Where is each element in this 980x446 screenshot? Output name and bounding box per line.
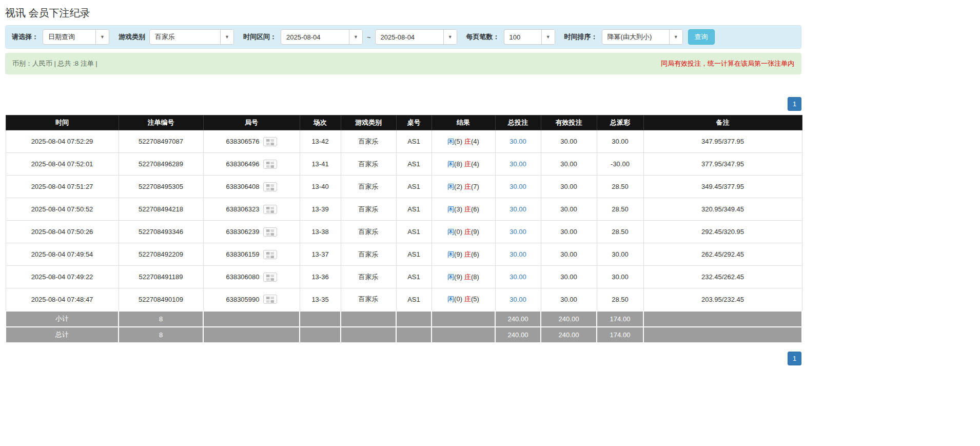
video-grid-icon: [266, 162, 274, 168]
result-player-score: (8): [454, 160, 462, 168]
game-type-select[interactable]: 百家乐 ▼: [149, 29, 234, 45]
game-type-label: 游戏类别: [119, 32, 145, 42]
date-range-tilde: ~: [367, 33, 371, 41]
chevron-down-icon: ▼: [220, 30, 233, 44]
result-banker-score: (6): [471, 250, 479, 258]
round-video-button[interactable]: [263, 227, 277, 237]
col-header-time: 时间: [6, 115, 119, 130]
cell-valid-bet: 30.00: [541, 288, 597, 311]
cell-payout: 30.00: [597, 266, 643, 288]
empty-cell: [396, 327, 432, 343]
result-player-score: (5): [454, 138, 462, 145]
cell-round: 638306323: [203, 198, 300, 221]
query-type-select[interactable]: 日期查询 ▼: [43, 29, 109, 45]
query-button[interactable]: 查询: [688, 29, 715, 45]
total-valid-bet: 240.00: [541, 327, 597, 343]
result-banker-score: (7): [471, 183, 479, 190]
round-video-button[interactable]: [263, 250, 277, 259]
round-video-button[interactable]: [263, 273, 277, 282]
table-body: 2025-08-04 07:52:29 522708497087 6383065…: [6, 130, 802, 311]
date-to-value: 2025-08-04: [376, 30, 443, 44]
cell-total-bet: 30.00: [495, 266, 541, 288]
cell-round: 638305990: [203, 288, 300, 311]
empty-cell: [643, 311, 802, 327]
total-bet-link[interactable]: 30.00: [509, 273, 526, 281]
cell-bet-id: 522708490109: [119, 288, 203, 311]
round-video-button[interactable]: [263, 137, 277, 146]
result-player-label: 闲: [447, 228, 454, 236]
cell-game-type: 百家乐: [341, 176, 396, 198]
cell-valid-bet: 30.00: [541, 153, 597, 176]
total-bet-link[interactable]: 30.00: [509, 183, 526, 190]
result-banker-score: (9): [471, 228, 479, 236]
round-number: 638306408: [226, 183, 259, 190]
total-bet-link[interactable]: 30.00: [509, 296, 526, 303]
cell-total-bet: 30.00: [495, 221, 541, 243]
col-header-game-type: 游戏类别: [341, 115, 396, 130]
result-player-score: (2): [454, 183, 462, 190]
cell-bet-id: 522708492209: [119, 243, 203, 266]
cell-table-no: AS1: [396, 176, 432, 198]
col-header-result: 结果: [432, 115, 495, 130]
cell-table-no: AS1: [396, 288, 432, 311]
filter-group-query-type: 请选择： 日期查询 ▼: [12, 29, 109, 45]
sort-select[interactable]: 降冪(由大到小) ▼: [602, 29, 683, 45]
cell-remark: 377.95/347.95: [643, 153, 802, 176]
subtotal-payout: 174.00: [597, 311, 643, 327]
cell-game-type: 百家乐: [341, 130, 396, 153]
cell-result: 闲(5)庄(4): [432, 130, 495, 153]
cell-time: 2025-08-04 07:48:47: [6, 288, 119, 311]
result-banker-label: 庄: [464, 295, 471, 303]
cell-bet-id: 522708496289: [119, 153, 203, 176]
cell-round: 638306239: [203, 221, 300, 243]
cell-valid-bet: 30.00: [541, 266, 597, 288]
cell-result: 闲(0)庄(9): [432, 221, 495, 243]
page-button-1[interactable]: 1: [788, 97, 801, 111]
date-from-select[interactable]: 2025-08-04 ▼: [281, 29, 363, 45]
total-bet-link[interactable]: 30.00: [509, 138, 526, 145]
round-number: 638306080: [226, 273, 259, 281]
cell-game-type: 百家乐: [341, 198, 396, 221]
table-header: 时间 注单编号 局号 场次 游戏类别 桌号 结果 总投注 有效投注 总派彩 备注: [6, 115, 802, 130]
result-banker-score: (4): [471, 138, 479, 145]
empty-cell: [432, 327, 495, 343]
round-video-button[interactable]: [263, 295, 277, 304]
result-player-score: (0): [454, 228, 462, 236]
table-row: 2025-08-04 07:49:22 522708491189 6383060…: [6, 266, 802, 288]
grand-total-row: 总计 8 240.00 240.00 174.00: [6, 327, 802, 343]
subtotal-valid-bet: 240.00: [541, 311, 597, 327]
result-banker-score: (8): [471, 273, 479, 281]
total-bet-link[interactable]: 30.00: [509, 250, 526, 258]
sort-value: 降冪(由大到小): [602, 30, 669, 44]
page-button-1[interactable]: 1: [788, 352, 801, 365]
round-video-button[interactable]: [263, 182, 277, 191]
query-type-label: 请选择：: [12, 32, 38, 42]
cell-session: 13-36: [300, 266, 341, 288]
cell-payout: 30.00: [597, 243, 643, 266]
filter-group-page-size: 每页笔数： 100 ▼: [457, 29, 555, 45]
cell-session: 13-35: [300, 288, 341, 311]
video-grid-icon: [266, 184, 274, 190]
chevron-down-icon: ▼: [349, 30, 362, 44]
result-banker-label: 庄: [464, 138, 471, 145]
cell-round: 638306576: [203, 130, 300, 153]
page-size-select[interactable]: 100 ▼: [504, 29, 555, 45]
date-to-select[interactable]: 2025-08-04 ▼: [375, 29, 457, 45]
total-bet-link[interactable]: 30.00: [509, 160, 526, 168]
cell-table-no: AS1: [396, 153, 432, 176]
cell-time: 2025-08-04 07:50:26: [6, 221, 119, 243]
cell-valid-bet: 30.00: [541, 130, 597, 153]
cell-total-bet: 30.00: [495, 198, 541, 221]
empty-cell: [643, 327, 802, 343]
total-bet-link[interactable]: 30.00: [509, 205, 526, 213]
pagination-top: 1: [5, 97, 801, 111]
cell-game-type: 百家乐: [341, 153, 396, 176]
summary-bar: 币别：人民币 | 总共 :8 注单 | 同局有效投注，统一计算在该局第一张注单内: [5, 53, 801, 74]
total-bet-link[interactable]: 30.00: [509, 228, 526, 236]
cell-table-no: AS1: [396, 198, 432, 221]
cell-remark: 292.45/320.95: [643, 221, 802, 243]
total-count: 8: [119, 327, 203, 343]
round-video-button[interactable]: [263, 205, 277, 214]
round-video-button[interactable]: [263, 160, 277, 169]
total-total-bet: 240.00: [495, 327, 541, 343]
